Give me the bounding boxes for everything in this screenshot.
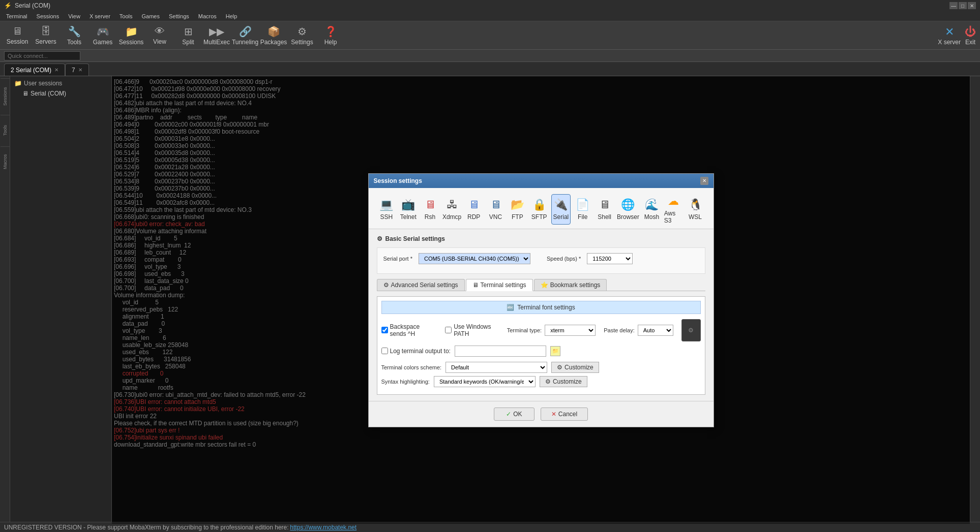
menu-settings[interactable]: Settings [165,12,193,20]
app-icon: ⚡ [4,2,12,9]
tab-serial-com[interactable]: 2 Serial (COM) ✕ [4,64,65,76]
toolbar-session[interactable]: 🖥 Session [4,23,31,48]
session-type-sftp[interactable]: 🔒 SFTP [529,194,549,225]
tab-bookmark-settings-label: Bookmark settings [550,281,601,289]
advanced-serial-icon: ⚙ [383,281,389,289]
session-type-mosh[interactable]: 🌊 Mosh [642,194,662,225]
menu-tools[interactable]: Tools [115,12,137,20]
session-serial-com[interactable]: 🖥 Serial (COM) [12,88,109,99]
shell-icon: 🖥 [599,198,610,211]
gear-settings-button[interactable]: ⚙ [681,319,701,341]
toolbar-view[interactable]: 👁 View [146,23,173,48]
close-button[interactable]: ✕ [968,2,976,9]
basic-settings-icon: ⚙ [377,235,382,242]
menu-games[interactable]: Games [138,12,164,20]
xdmcp-icon: 🖧 [447,198,458,211]
exit-icon: ⏻ [965,25,976,39]
menu-xserver[interactable]: X server [85,12,114,20]
ftp-icon: 📂 [511,198,524,211]
tab-bookmark-settings[interactable]: ⭐ Bookmark settings [534,279,607,291]
toolbar-tunneling[interactable]: 🔗 Tunneling [232,23,258,48]
session-type-browser[interactable]: 🌐 Browser [616,194,640,225]
session-type-vnc[interactable]: 🖥 VNC [486,194,506,225]
quick-connect-input[interactable] [4,51,80,60]
rsh-icon: 🖥 [425,198,436,211]
toolbar-tools[interactable]: 🔧 Tools [61,23,87,48]
backspace-checkbox-label[interactable]: Backspace sends ^H [381,323,437,337]
log-input[interactable] [455,346,546,357]
paste-delay-select[interactable]: Auto [638,325,673,336]
maximize-button[interactable]: □ [959,2,967,9]
tab-advanced-serial[interactable]: ⚙ Advanced Serial settings [377,279,465,291]
awss3-icon: ☁ [668,195,679,208]
session-type-telnet[interactable]: 📺 Telnet [398,194,418,225]
toolbar-sessions[interactable]: 📁 Sessions [118,23,144,48]
toolbar-split[interactable]: ⊞ Split [175,23,201,48]
toolbar-help-label: Help [324,39,337,46]
minimize-button[interactable]: — [949,2,958,9]
dialog-close-button[interactable]: ✕ [700,177,708,185]
session-type-sftp-label: SFTP [531,213,547,221]
checkboxes-row: Backspace sends ^H Use Windows PATH Term… [381,319,701,341]
ok-button[interactable]: ✓ OK [494,408,534,421]
menu-sessions[interactable]: Sessions [33,12,64,20]
menu-view[interactable]: View [64,12,84,20]
serial-port-select[interactable]: COM5 (USB-SERIAL CH340 (COM5)) [419,253,530,264]
syntax-select[interactable]: Standard keywords (OK/warning/error/...) [434,376,536,387]
customize-colors-button[interactable]: ⚙ Customize [551,362,599,373]
toolbar-settings[interactable]: ⚙ Settings [289,23,315,48]
exit-button[interactable]: ⏻ Exit [965,25,976,46]
tab-7[interactable]: 7 ✕ [65,64,89,76]
session-type-rsh[interactable]: 🖥 Rsh [420,194,440,225]
sidebar-macros-tab[interactable]: Macros [1,146,10,177]
tab-serial-close-icon[interactable]: ✕ [54,67,58,73]
toolbar-help[interactable]: ❓ Help [317,23,344,48]
session-type-ssh[interactable]: 💻 SSH [377,194,397,225]
session-type-rdp[interactable]: 🖥 RDP [464,194,484,225]
menu-help[interactable]: Help [222,12,242,20]
terminal-type-select[interactable]: xterm [545,325,596,336]
user-sessions-group[interactable]: 📁 User sessions [12,78,109,88]
session-type-xdmcp[interactable]: 🖧 Xdmcp [442,194,462,225]
sidebar-tools-tab[interactable]: Tools [1,115,10,145]
terminal-font-button[interactable]: 🔤 Terminal font settings [381,301,701,314]
cancel-button[interactable]: ✕ Cancel [541,408,588,421]
colors-scheme-select[interactable]: Default [446,362,547,373]
multiexec-icon: ▶▶ [209,25,224,38]
sidebar-sessions-tab[interactable]: Sessions [1,78,10,114]
session-type-wsl-label: WSL [689,213,702,221]
windows-path-checkbox-label[interactable]: Use Windows PATH [445,323,499,337]
toolbar-multiexec[interactable]: ▶▶ MultiExec [203,23,230,48]
tab-serial-com-label: 2 Serial (COM) [11,67,51,74]
toolbar-games[interactable]: 🎮 Games [90,23,116,48]
toolbar-servers[interactable]: 🗄 Servers [33,23,59,48]
session-type-wsl[interactable]: 🐧 WSL [686,194,705,225]
session-settings-dialog: Session settings ✕ 💻 SSH 📺 Telnet 🖥 [368,173,714,427]
session-type-shell[interactable]: 🖥 Shell [595,194,614,225]
speed-select[interactable]: 115200 [587,253,633,264]
session-type-awss3[interactable]: ☁ Aws S3 [664,194,684,225]
log-browse-button[interactable]: 📁 [550,346,560,356]
backspace-checkbox[interactable] [381,327,388,333]
menu-macros[interactable]: Macros [194,12,221,20]
tab-7-close-icon[interactable]: ✕ [78,67,82,73]
toolbar-tools-label: Tools [67,39,81,46]
windows-path-checkbox[interactable] [445,327,452,333]
xserver-button[interactable]: ✕ X server [938,25,961,46]
tab-terminal-settings[interactable]: 🖥 Terminal settings [466,279,533,291]
log-checkbox-label[interactable]: Log terminal output to: [381,348,451,355]
session-type-ftp[interactable]: 📂 FTP [508,194,527,225]
status-link[interactable]: https://www.mobatek.net [290,524,357,531]
toolbar-settings-label: Settings [291,39,313,46]
customize-syntax-label: Customize [553,378,582,385]
serial-port-label: Serial port * [383,256,412,262]
toolbar-packages[interactable]: 📦 Packages [260,23,287,48]
log-checkbox[interactable] [381,348,388,354]
log-row: Log terminal output to: 📁 [381,346,701,357]
session-type-serial-label: Serial [553,213,569,221]
sidebar: 📁 User sessions 🖥 Serial (COM) [10,76,112,524]
session-type-serial[interactable]: 🔌 Serial [551,194,571,225]
customize-syntax-button[interactable]: ⚙ Customize [540,376,587,387]
session-type-file[interactable]: 📄 File [573,194,592,225]
menu-terminal[interactable]: Terminal [2,12,32,20]
